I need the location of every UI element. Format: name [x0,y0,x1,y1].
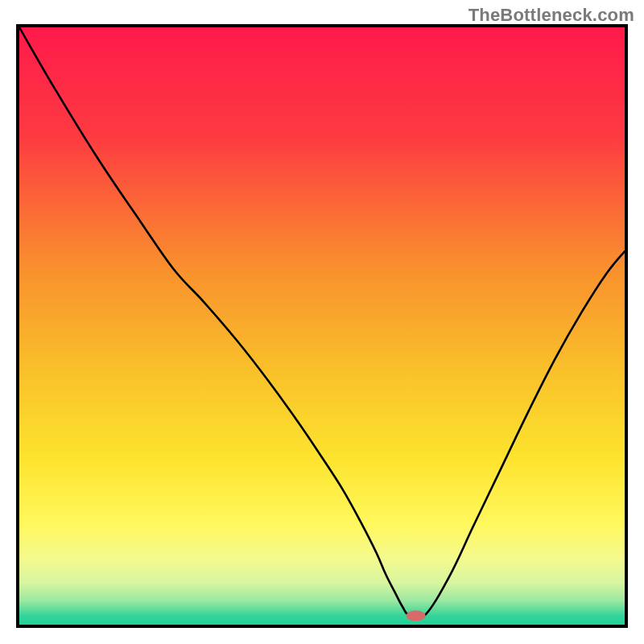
bottleneck-curve [19,27,625,618]
optimum-marker [407,610,426,621]
chart-curve-layer [19,27,625,625]
chart-container: TheBottleneck.com [0,0,644,644]
attribution-text: TheBottleneck.com [469,5,634,26]
plot-area [16,24,628,628]
